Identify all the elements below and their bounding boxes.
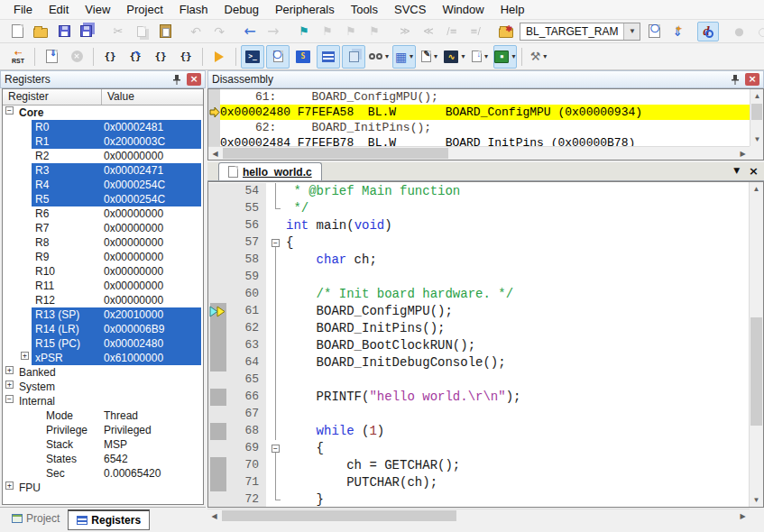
register-row[interactable]: R110x00000000 [3,279,203,293]
register-row[interactable]: R10x2000003C [3,134,203,149]
disassembly-vscrollbar[interactable]: ▲ ▼ [750,89,763,146]
register-row[interactable]: R60x00000000 [3,206,203,221]
disassembly-line[interactable]: 0x00002484 F7FEFB78 BL.W BOARD_InitPins … [208,135,750,146]
paste-button[interactable] [154,22,176,41]
code-line[interactable]: 65 [208,371,749,389]
chevron-down-icon[interactable]: ▾ [543,52,547,60]
menu-item-tools[interactable]: Tools [343,1,386,18]
register-row[interactable]: R90x00000000 [3,250,203,264]
scroll-down-icon[interactable]: ▼ [750,133,764,146]
menu-item-peripherals[interactable]: Peripherals [267,1,343,18]
registers-window-button[interactable] [317,45,340,69]
indent-button[interactable]: ≫ [394,22,416,41]
close-icon[interactable]: × [187,73,201,86]
breakpoint-enable-button[interactable]: ○ [751,22,764,41]
callstack-window-button[interactable] [342,45,365,69]
flash-download-button[interactable]: ◯ [643,22,665,41]
run-to-cursor-button[interactable]: {}→ [174,45,198,69]
trace-window-button[interactable]: ↓▾ [468,45,492,69]
fold-collapse-icon[interactable]: − [272,445,280,453]
register-row[interactable]: R14 (LR)0x000006B9 [3,322,203,336]
register-row[interactable]: R20x00000000 [3,149,203,163]
register-row[interactable]: R120x00000000 [3,293,203,307]
scroll-down-icon[interactable]: ▼ [750,493,763,507]
reset-cpu-button[interactable]: ⇠RST [6,45,30,69]
memory-window-button[interactable]: ▦▾ [392,45,416,69]
command-window-button[interactable]: >_ [241,45,264,69]
disassembly-hscrollbar[interactable]: ◀ ▶ [208,146,750,160]
menu-item-svcs[interactable]: SVCS [386,1,434,18]
close-tab-icon[interactable]: × [749,165,759,177]
code-line[interactable]: 72 } [208,491,749,507]
code-line[interactable]: 59 [208,269,749,286]
register-row[interactable]: +xPSR0x61000000 [3,351,203,365]
chevron-down-icon[interactable]: ▾ [410,52,413,60]
code-line[interactable]: 57−{ [208,234,749,252]
tab-hello-world-c[interactable]: hello_world.c [218,162,322,180]
disassembly-line[interactable]: 61: BOARD_ConfigMPU(); [208,89,750,105]
register-row[interactable]: R70x00000000 [3,221,203,235]
code-line[interactable]: 68 while (1) [208,423,749,440]
code-line[interactable]: 70 ch = GETCHAR(); [208,457,749,474]
open-file-button[interactable] [30,22,51,41]
comment-button[interactable]: /≡ [441,22,463,41]
collapse-icon[interactable]: − [5,106,14,115]
scroll-left-icon[interactable]: ◀ [207,509,221,523]
register-group-row[interactable]: −Core [3,105,203,120]
disassembly-current-line[interactable]: 0x00002480 F7FEFA58 BL.W BOARD_ConfigMPU… [208,105,750,120]
code-line[interactable]: 64 BOARD_InitDebugConsole(); [208,354,749,371]
cut-button[interactable]: ✂ [107,22,129,41]
stop-button[interactable]: × [65,45,88,69]
tab-list-dropdown-icon[interactable]: ▼ [733,167,740,175]
close-icon[interactable]: × [745,73,759,86]
disassembly-line[interactable]: 62: BOARD_InitPins(); [208,120,750,135]
breakpoint-toggle-button[interactable]: ● [728,22,750,41]
menu-item-edit[interactable]: Edit [41,1,77,18]
register-row[interactable]: R80x00000000 [3,235,203,250]
uncomment-button[interactable]: ≡/ [465,22,486,41]
tab-project[interactable]: Project [4,509,68,527]
code-line[interactable]: 67 [208,406,749,423]
code-line[interactable]: 55 */ [208,200,749,217]
chevron-down-icon[interactable]: ▾ [385,52,389,60]
code-line[interactable]: 61 BOARD_ConfigMPU(); [208,303,749,320]
register-group-row[interactable]: −Internal [3,394,203,408]
expand-icon[interactable]: + [21,352,29,360]
register-row[interactable]: States6542 [3,452,203,466]
code-line[interactable]: 71 PUTCHAR(ch); [208,474,749,491]
menu-item-debug[interactable]: Debug [216,1,267,18]
code-area[interactable]: 54 * @brief Main function55 */56int main… [208,183,749,507]
code-line[interactable]: 69− { [208,440,749,457]
collapse-icon[interactable]: − [5,395,14,403]
nav-back-button[interactable]: ← [239,22,261,41]
debug-session-button[interactable]: d [697,22,719,41]
analysis-window-button[interactable]: ∿▾ [443,45,466,69]
register-row[interactable]: StackMSP [3,437,203,452]
step-over-button[interactable]: {}↷ [124,45,147,69]
register-row[interactable]: PrivilegePrivileged [3,423,203,437]
column-register[interactable]: Register [3,89,102,105]
register-row[interactable]: R15 (PC)0x00002480 [3,336,203,351]
scroll-left-icon[interactable]: ◀ [208,147,222,161]
show-current-statement-button[interactable] [207,45,231,69]
pin-icon[interactable] [728,73,742,86]
bookmark-next-button[interactable]: ⚑ [317,22,338,41]
nav-forward-button[interactable]: → [262,22,284,41]
code-line[interactable]: 60 /* Init board hardware. */ [208,286,749,303]
pin-icon[interactable] [170,73,184,86]
redo-button[interactable]: ↷ [208,22,230,41]
editor-vscrollbar[interactable]: ▲ ▼ [749,182,763,507]
toolbox-button[interactable]: ⚒▾ [527,45,550,69]
editor-hscrollbar[interactable]: ◀ ▶ [207,509,750,522]
symbols-window-button[interactable]: S [291,45,315,69]
system-viewer-button[interactable]: ▪▾ [493,45,517,69]
menu-item-file[interactable]: File [5,1,41,18]
bookmark-prev-button[interactable]: ⚑ [340,22,362,41]
chevron-down-icon[interactable]: ▾ [511,52,515,60]
code-line[interactable]: 62 BOARD_InitPins(); [208,320,749,337]
copy-button[interactable] [131,22,152,41]
chevron-down-icon[interactable]: ▾ [461,52,465,60]
load-run-button[interactable]: ⇓✦ [667,22,688,41]
watch-window-button[interactable]: ▾ [367,45,391,69]
menu-item-project[interactable]: Project [118,1,170,18]
